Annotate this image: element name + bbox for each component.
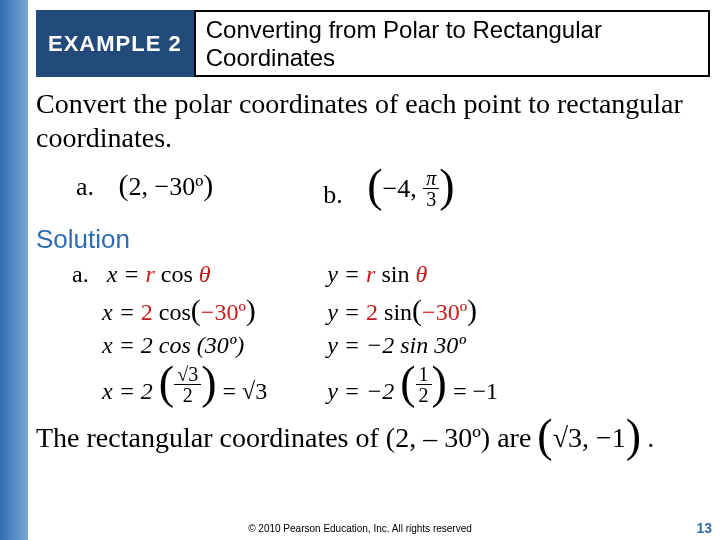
- item-a: a. (2, −30º): [76, 168, 213, 210]
- answer-x: √3: [553, 422, 582, 454]
- y-line1: y = r sin θ: [327, 261, 498, 288]
- side-accent-bar: [0, 0, 28, 540]
- x-line3: x = 2 cos (30º): [72, 332, 267, 359]
- answer-line: The rectangular coordinates of (2, – 30º…: [36, 420, 710, 457]
- y-line3: y = −2 sin 30º: [327, 332, 498, 359]
- y-line2: y = 2 sin(−30º): [327, 293, 498, 327]
- copyright: © 2010 Pearson Education, Inc. All right…: [0, 523, 720, 534]
- example-title: Converting from Polar to Rectangular Coo…: [194, 10, 710, 77]
- worked-solution: a. x = r cos θ x = 2 cos(−30º) x = 2 cos…: [72, 261, 710, 405]
- y-column: y = r sin θ y = 2 sin(−30º) y = −2 sin 3…: [327, 261, 498, 405]
- item-a-label: a.: [76, 172, 94, 201]
- answer-text: The rectangular coordinates of (2, – 30º…: [36, 422, 531, 454]
- x-line2: x = 2 cos(−30º): [72, 293, 267, 327]
- page-number: 13: [696, 520, 712, 536]
- item-a-theta: −30º: [155, 172, 204, 201]
- answer-period: .: [647, 422, 654, 454]
- item-b-theta-num: π: [423, 168, 439, 189]
- item-b-theta-den: 3: [423, 189, 439, 209]
- item-b-r: −4: [383, 174, 411, 204]
- prompt-text: Convert the polar coordinates of each po…: [36, 87, 710, 154]
- x-line4: x = 2 (√32) = √3: [72, 364, 267, 405]
- x-column: a. x = r cos θ x = 2 cos(−30º) x = 2 cos…: [72, 261, 267, 405]
- solution-heading: Solution: [36, 224, 710, 255]
- x-line1: a. x = r cos θ: [72, 261, 267, 288]
- problem-items: a. (2, −30º) b. ( −4, π3 ): [76, 168, 710, 210]
- header-row: EXAMPLE 2 Converting from Polar to Recta…: [36, 10, 710, 77]
- slide-content: EXAMPLE 2 Converting from Polar to Recta…: [36, 10, 710, 456]
- item-a-r: 2: [129, 172, 142, 201]
- example-label: EXAMPLE 2: [36, 10, 194, 77]
- y-line4: y = −2 (12) = −1: [327, 364, 498, 405]
- item-b: b. ( −4, π3 ): [323, 168, 454, 210]
- item-b-label: b.: [323, 180, 343, 209]
- answer-y: −1: [596, 422, 626, 454]
